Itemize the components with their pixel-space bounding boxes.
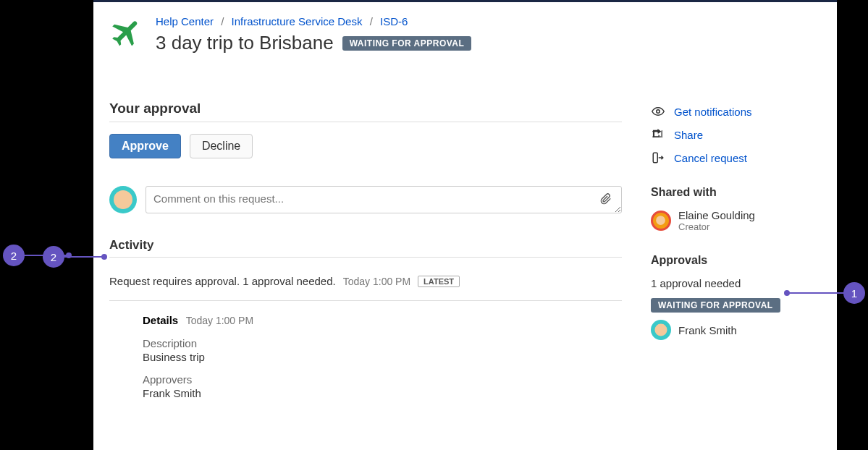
annotation-dot-1 [784,290,790,296]
activity-text: Request requires approval. 1 approval ne… [109,275,336,287]
decline-button[interactable]: Decline [190,134,253,158]
annotation-bubble-1: 1 [843,282,865,304]
breadcrumb-ticket[interactable]: ISD-6 [380,15,408,27]
activity-entry: Request requires approval. 1 approval ne… [109,275,622,301]
cancel-request-link[interactable]: Cancel request [651,151,821,164]
activity-heading: Activity [109,238,622,258]
details-heading: Details [143,314,178,326]
approve-button[interactable]: Approve [109,134,181,158]
latest-badge: LATEST [418,276,460,287]
status-badge: WAITING FOR APPROVAL [342,36,472,51]
share-label: Share [674,129,703,141]
details-time: Today 1:00 PM [186,315,253,326]
approver-avatar [651,320,671,340]
annotation-bubble-2: 2 [3,245,25,266]
svg-rect-1 [653,153,657,163]
field-approvers-value: Frank Smith [143,387,622,399]
annotation-line-1 [788,292,844,294]
field-description-label: Description [143,337,622,349]
shared-with-heading: Shared with [651,186,821,199]
creator-role: Creator [678,221,755,232]
share-icon [651,128,665,141]
annotation-line-2 [64,256,103,258]
airplane-icon [109,15,144,53]
get-notifications-link[interactable]: Get notifications [651,105,821,118]
creator-name: Elaine Goulding [678,209,755,221]
current-user-avatar [109,186,137,213]
field-description-value: Business trip [143,351,622,363]
approval-status-badge: WAITING FOR APPROVAL [651,298,780,313]
comment-input[interactable] [146,186,622,213]
svg-point-0 [657,110,660,114]
get-notifications-label: Get notifications [674,106,752,118]
creator-avatar [651,211,671,231]
approver-name: Frank Smith [678,324,737,336]
breadcrumb-help-center[interactable]: Help Center [156,15,214,27]
approvals-note: 1 approval needed [651,277,821,289]
cancel-request-label: Cancel request [674,152,747,164]
annotation-dot-2 [101,254,107,260]
approval-heading: Your approval [109,101,622,122]
annotation-2: 2 [43,246,64,268]
breadcrumb: Help Center / Infrastructure Service Des… [156,15,471,27]
share-link[interactable]: Share [651,128,821,141]
page-title: 3 day trip to Brisbane [156,32,334,54]
activity-time: Today 1:00 PM [343,276,410,287]
attachment-icon[interactable] [600,192,612,210]
breadcrumb-service-desk[interactable]: Infrastructure Service Desk [232,15,363,27]
cancel-icon [651,151,665,164]
field-approvers-label: Approvers [143,373,622,386]
approvals-heading: Approvals [651,254,821,267]
eye-icon [651,105,665,118]
